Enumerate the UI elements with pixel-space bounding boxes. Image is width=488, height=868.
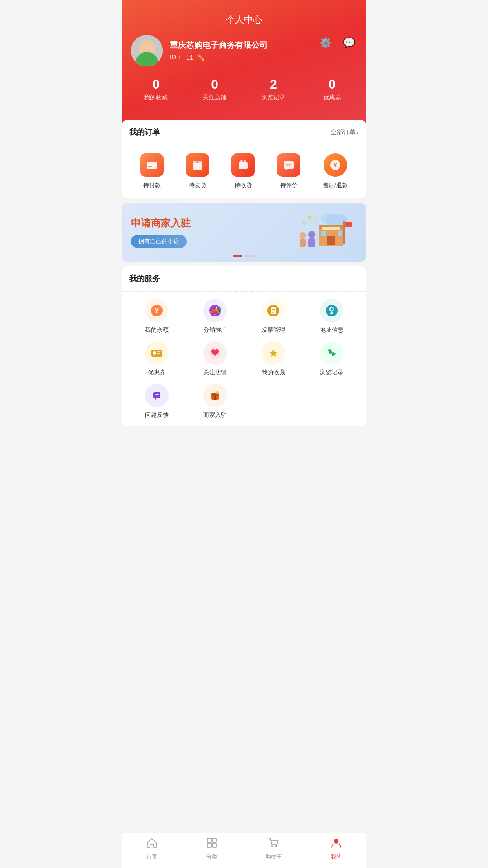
svg-rect-3	[193, 163, 202, 170]
order-pending-ship[interactable]: 待发货	[186, 153, 209, 189]
all-orders-link[interactable]: 全部订单 ›	[330, 128, 359, 137]
shop-illustration-icon	[294, 212, 352, 250]
pending-ship-label: 待发货	[189, 181, 206, 189]
svg-rect-2	[148, 166, 152, 167]
order-pending-review[interactable]: 待评价	[277, 153, 300, 189]
stat-num-followed: 0	[185, 77, 244, 92]
svg-rect-42	[272, 312, 274, 313]
service-merchant[interactable]: 商家入驻	[188, 384, 242, 419]
svg-point-18	[321, 213, 337, 224]
pending-payment-icon	[140, 153, 164, 177]
svg-point-30	[300, 232, 306, 239]
svg-point-54	[326, 347, 338, 359]
service-coupon[interactable]: 优惠券	[129, 341, 184, 377]
svg-rect-11	[284, 161, 294, 169]
stat-label-followed: 关注店铺	[185, 94, 244, 102]
coupon-label: 优惠券	[148, 368, 165, 377]
svg-rect-31	[300, 239, 306, 247]
avatar[interactable]	[131, 35, 163, 66]
svg-rect-64	[153, 392, 160, 398]
svg-rect-50	[157, 353, 160, 354]
settings-icon[interactable]: ⚙️	[317, 35, 333, 51]
pending-review-icon	[277, 153, 300, 177]
profile-row: 重庆芯购电子商务有限公司 ID： 11 ✏️ ⚙️ 💬	[122, 35, 366, 66]
svg-rect-23	[321, 231, 326, 236]
service-invoice[interactable]: 发票管理	[246, 299, 300, 334]
order-refund[interactable]: ¥ 售后/退款	[323, 153, 348, 189]
svg-rect-49	[157, 351, 161, 352]
service-balance[interactable]: ¥ 我的余额	[129, 299, 184, 334]
pending-ship-icon	[186, 153, 209, 177]
followed-shops-label: 关注店铺	[203, 368, 227, 377]
svg-point-72	[216, 392, 219, 394]
stat-num-favorites: 0	[127, 77, 185, 92]
service-favorites[interactable]: 我的收藏	[246, 341, 300, 377]
service-distribution[interactable]: 📣 分销推广	[188, 299, 242, 334]
svg-rect-10	[240, 165, 246, 165]
orders-header: 我的订单 全部订单 ›	[129, 127, 359, 137]
stat-num-browse: 2	[244, 77, 303, 92]
banner-text: 申请商家入驻 拥有自己的小店	[131, 217, 294, 248]
stat-label-favorites: 我的收藏	[127, 94, 185, 102]
svg-text:📣: 📣	[209, 305, 221, 316]
stat-coupons[interactable]: 0 优惠券	[303, 77, 361, 102]
profile-id: ID： 11 ✏️	[170, 53, 357, 61]
dot-inactive-2	[251, 255, 255, 257]
pending-payment-label: 待付款	[143, 181, 161, 189]
svg-text:¥: ¥	[333, 161, 337, 169]
merchant-banner[interactable]: 申请商家入驻 拥有自己的小店	[122, 203, 366, 262]
distribution-icon: 📣	[203, 299, 227, 322]
feedback-icon	[145, 384, 169, 407]
refund-label: 售后/退款	[323, 181, 348, 189]
svg-point-26	[302, 222, 305, 225]
service-feedback[interactable]: 问题反馈	[129, 384, 184, 419]
header-actions: ⚙️ 💬	[317, 35, 357, 51]
service-address[interactable]: 地址信息	[304, 299, 359, 334]
page-title: 个人中心	[122, 9, 366, 35]
stats-row: 0 我的收藏 0 关注店铺 2 浏览记录 0 优惠券	[122, 66, 366, 106]
invoice-icon	[262, 299, 285, 322]
header-section: 个人中心 重庆芯购电子商务有限公司 ID： 11 ✏️ ⚙️ 💬 0 我的收藏	[122, 0, 366, 133]
message-icon[interactable]: 💬	[341, 35, 357, 51]
heart-icon	[203, 341, 227, 365]
pending-review-label: 待评价	[280, 181, 298, 189]
distribution-label: 分销推广	[203, 326, 227, 334]
svg-rect-13	[286, 165, 290, 166]
svg-rect-40	[272, 309, 275, 310]
svg-point-59	[330, 349, 331, 349]
feedback-label: 问题反馈	[145, 411, 169, 419]
services-divider	[122, 291, 366, 292]
svg-text:¥: ¥	[155, 307, 159, 315]
svg-rect-66	[155, 396, 158, 396]
stat-browse-history[interactable]: 2 浏览记录	[244, 77, 303, 102]
svg-rect-22	[327, 236, 335, 245]
svg-rect-8	[240, 160, 243, 163]
stat-favorites[interactable]: 0 我的收藏	[127, 77, 185, 102]
invoice-label: 发票管理	[262, 326, 285, 334]
stat-label-browse: 浏览记录	[244, 94, 303, 102]
svg-point-58	[329, 349, 330, 350]
svg-rect-12	[286, 164, 292, 165]
svg-point-27	[314, 220, 316, 222]
services-title: 我的服务	[129, 274, 359, 284]
footprint-icon	[320, 341, 343, 365]
order-pending-payment[interactable]: 待付款	[140, 153, 164, 189]
stat-followed-shops[interactable]: 0 关注店铺	[185, 77, 244, 102]
edit-icon[interactable]: ✏️	[197, 54, 205, 61]
svg-rect-41	[272, 311, 275, 311]
svg-rect-33	[345, 222, 352, 227]
merchant-label: 商家入驻	[203, 411, 227, 419]
svg-rect-65	[155, 394, 159, 395]
favorites-label: 我的收藏	[262, 368, 285, 377]
service-browse-history[interactable]: 浏览记录	[304, 341, 359, 377]
banner-sub-button[interactable]: 拥有自己的小店	[131, 235, 187, 248]
svg-rect-71	[214, 396, 216, 400]
coupon-icon	[145, 341, 169, 365]
user-id: 11	[186, 54, 193, 61]
chevron-right-icon: ›	[357, 129, 359, 136]
order-pending-receive[interactable]: 待收货	[231, 153, 255, 189]
service-followed-shops[interactable]: 关注店铺	[188, 341, 242, 377]
pending-receive-label: 待收货	[235, 181, 252, 189]
address-label: 地址信息	[320, 326, 343, 334]
svg-rect-1	[147, 164, 157, 165]
